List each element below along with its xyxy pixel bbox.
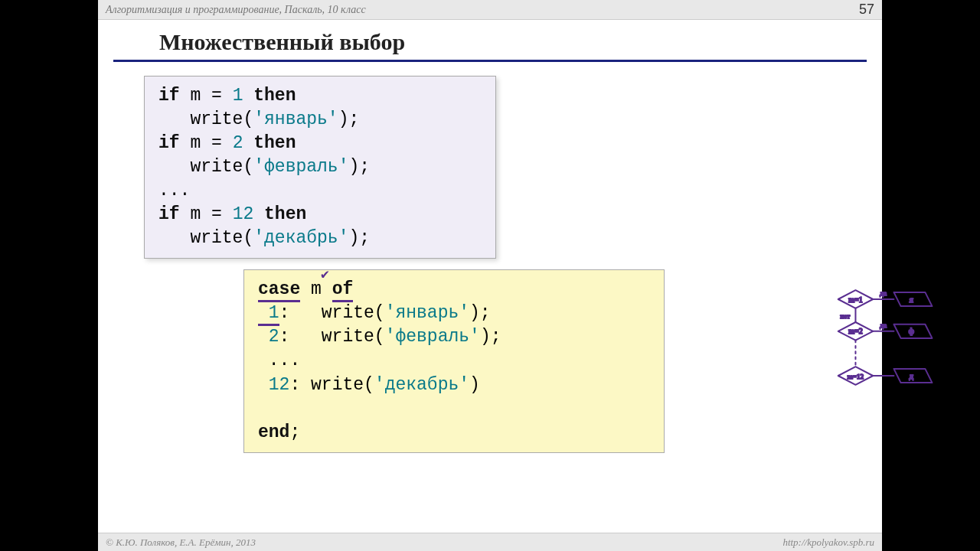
- svg-text:m=1: m=1: [848, 295, 862, 304]
- svg-text:д: д: [909, 371, 913, 380]
- kw-if: if: [158, 86, 180, 106]
- kw-case: case: [258, 279, 300, 302]
- svg-text:да: да: [880, 321, 887, 329]
- content-area: if m = 1 then write('январь'); if m = 2 …: [98, 62, 882, 453]
- svg-text:m=2: m=2: [848, 327, 862, 335]
- footer-bar: © К.Ю. Поляков, Е.А. Ерёмин, 2013 http:/…: [98, 533, 882, 551]
- page-number: 57: [859, 2, 874, 18]
- code-block-if: if m = 1 then write('январь'); if m = 2 …: [144, 76, 496, 259]
- svg-text:да: да: [880, 289, 887, 297]
- slide: Алгоритмизация и программирование, Паска…: [98, 0, 882, 551]
- course-title: Алгоритмизация и программирование, Паска…: [106, 4, 366, 16]
- footer-url: http://kpolyakov.spb.ru: [782, 536, 874, 549]
- header-bar: Алгоритмизация и программирование, Паска…: [98, 0, 882, 20]
- svg-text:m=12: m=12: [848, 373, 864, 380]
- hand-mark-icon: ✔: [321, 266, 329, 284]
- footer-authors: © К.Ю. Поляков, Е.А. Ерёмин, 2013: [106, 536, 256, 549]
- svg-text:нет: нет: [840, 312, 850, 320]
- svg-text:я: я: [910, 295, 913, 304]
- flowchart-sketch-icon: m=1 да я нет m=2 да ф m=12 д: [821, 276, 974, 429]
- code-block-case: ✔case m of 1: write('январь'); 2: write(…: [243, 269, 665, 452]
- svg-text:ф: ф: [909, 326, 914, 335]
- slide-title: Множественный выбор: [113, 20, 867, 62]
